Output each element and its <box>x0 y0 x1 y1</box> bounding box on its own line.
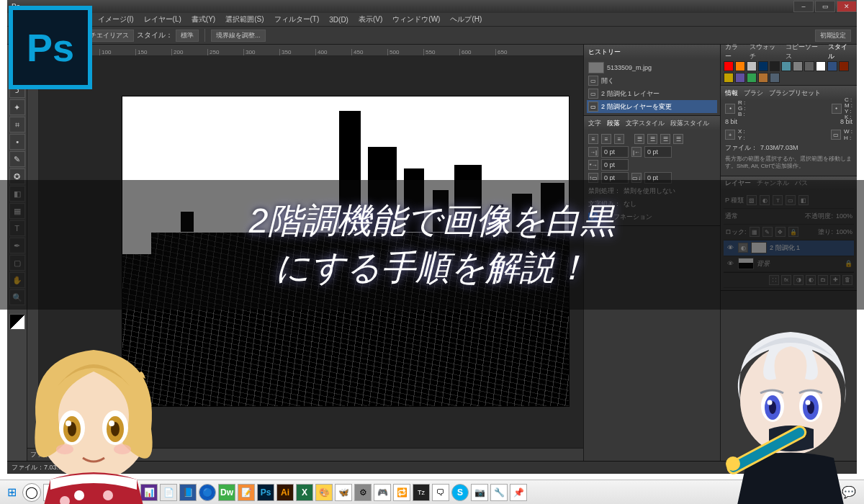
taskbar-app-dreamweaver[interactable]: Dw <box>218 484 235 501</box>
style-swatch[interactable] <box>770 73 780 83</box>
taskbar-app-skype[interactable]: S <box>451 484 469 501</box>
align-right-icon[interactable]: ≡ <box>614 134 624 144</box>
taskbar-app-generic[interactable]: 🔧 <box>490 484 508 501</box>
ruler-horizontal[interactable]: 050100150200250300350400450500550600650 <box>27 45 583 56</box>
taskbar-app-generic[interactable]: 📝 <box>238 484 255 501</box>
anime-character-left <box>14 336 173 504</box>
style-swatch[interactable] <box>735 73 745 83</box>
window-minimize-button[interactable]: – <box>793 1 814 12</box>
tutorial-title-text: 2階調機能で画像を白黒 にする手順を解説！ <box>249 198 616 292</box>
foreground-background-swatch[interactable] <box>9 314 25 330</box>
svg-point-12 <box>103 490 113 500</box>
tutorial-title-overlay: 2階調機能で画像を白黒 にする手順を解説！ <box>0 180 864 310</box>
opt-refine-edge[interactable]: 境界線を調整... <box>211 30 266 42</box>
history-item[interactable]: ▭ 開く <box>587 74 717 87</box>
tool-eyedropper[interactable]: ⦁ <box>9 134 25 150</box>
history-tab[interactable]: ヒストリー <box>588 48 621 57</box>
menu-type[interactable]: 書式(Y) <box>187 14 220 24</box>
tool-brush[interactable]: ✎ <box>9 151 25 167</box>
history-document-row[interactable]: 5133509_m.jpg <box>587 61 717 74</box>
info-b-label: B : <box>738 112 746 117</box>
menu-image[interactable]: イメージ(I) <box>94 14 138 24</box>
tool-wand[interactable]: ✦ <box>9 99 25 115</box>
style-swatch[interactable] <box>770 61 780 71</box>
history-item-label: 2 階調化レイヤーを変更 <box>601 102 672 112</box>
taskbar-app-generic[interactable]: 🦋 <box>335 484 352 501</box>
menu-view[interactable]: 表示(V) <box>354 14 387 24</box>
justify-all-icon[interactable]: ☰ <box>673 134 683 144</box>
tab-brush[interactable]: ブラシ <box>744 89 763 98</box>
tab-swatches[interactable]: スウォッチ <box>750 42 780 61</box>
taskbar-app-generic[interactable]: 🎮 <box>374 484 391 501</box>
taskbar-app-generic[interactable]: 🎨 <box>315 484 333 501</box>
styles-grid <box>721 59 857 85</box>
indent-left-input[interactable] <box>601 146 629 158</box>
indent-right-input[interactable] <box>644 146 672 158</box>
style-swatch[interactable] <box>747 73 757 83</box>
taskbar-app-generic[interactable]: 🔁 <box>393 484 410 501</box>
menu-help[interactable]: ヘルプ(H) <box>446 14 486 24</box>
svg-point-8 <box>109 420 114 426</box>
style-swatch[interactable] <box>724 61 734 71</box>
workspace-switcher[interactable]: 初期設定 <box>815 30 851 42</box>
style-swatch[interactable] <box>793 61 803 71</box>
taskbar-app-word[interactable]: 📘 <box>179 484 197 501</box>
indent-first-input[interactable] <box>601 159 629 171</box>
justify-center-icon[interactable]: ☰ <box>647 134 657 144</box>
style-swatch[interactable] <box>735 61 745 71</box>
tab-brush-presets[interactable]: ブラシプリセット <box>769 89 821 98</box>
menu-layer[interactable]: レイヤー(L) <box>140 14 186 24</box>
taskbar-app-generic[interactable]: 🗨 <box>432 484 449 501</box>
history-item[interactable]: ▭ 2 階調化 1 レイヤー <box>587 87 717 100</box>
align-center-icon[interactable]: ≡ <box>601 134 611 144</box>
tab-copysource[interactable]: コピーソース <box>786 42 822 61</box>
style-swatch[interactable] <box>758 73 768 83</box>
taskbar-app-illustrator[interactable]: Ai <box>276 484 294 501</box>
history-item-selected[interactable]: ▭ 2 階調化レイヤーを変更 <box>587 100 717 113</box>
style-swatch[interactable] <box>839 61 849 71</box>
window-close-button[interactable]: ✕ <box>837 1 857 12</box>
menu-filter[interactable]: フィルター(T) <box>270 14 324 24</box>
style-swatch[interactable] <box>747 61 757 71</box>
window-maximize-button[interactable]: ▭ <box>815 1 835 12</box>
tool-crop[interactable]: ⌗ <box>9 117 25 132</box>
taskbar-app-generic[interactable]: 📷 <box>471 484 488 501</box>
justify-right-icon[interactable]: ☰ <box>660 134 670 144</box>
tab-para-style[interactable]: 段落スタイル <box>670 119 709 128</box>
svg-point-25 <box>726 456 740 471</box>
tab-character[interactable]: 文字 <box>588 119 601 128</box>
style-swatch[interactable] <box>781 61 791 71</box>
style-swatch[interactable] <box>758 61 768 71</box>
menu-select[interactable]: 選択範囲(S) <box>221 14 268 24</box>
tab-styles[interactable]: スタイル <box>828 42 852 61</box>
style-swatch[interactable] <box>724 73 734 83</box>
taskbar-app-excel[interactable]: X <box>296 484 313 501</box>
justify-left-icon[interactable]: ☰ <box>634 134 644 144</box>
info-file-value: 7.03M/7.03M <box>760 144 798 151</box>
indent-right-icon: |← <box>631 147 642 157</box>
tab-info[interactable]: 情報 <box>725 89 738 98</box>
taskbar-app-generic[interactable]: ⚙ <box>354 484 372 501</box>
taskbar-app-generic[interactable]: 🔵 <box>199 484 216 501</box>
style-swatch[interactable] <box>816 61 826 71</box>
tab-char-style[interactable]: 文字スタイル <box>626 119 665 128</box>
info-bits-right: 8 bit <box>840 118 852 125</box>
taskbar-app-generic[interactable]: Tz <box>413 484 430 501</box>
svg-point-22 <box>806 400 811 405</box>
history-panel: ヒストリー 5133509_m.jpg ▭ 開く ▭ 2 階調化 1 レイヤー <box>584 45 720 116</box>
history-item-label: 2 階調化 1 レイヤー <box>601 89 660 99</box>
history-item-label: 開く <box>601 76 614 86</box>
taskbar-app-photoshop[interactable]: Ps <box>257 484 274 501</box>
eyedropper-icon: ⦁ <box>832 104 842 114</box>
tab-color[interactable]: カラー <box>725 42 744 61</box>
style-swatch[interactable] <box>804 61 814 71</box>
menu-3d[interactable]: 3D(D) <box>325 16 353 24</box>
menu-window[interactable]: ウィンドウ(W) <box>388 14 444 24</box>
tab-paragraph[interactable]: 段落 <box>607 119 620 128</box>
taskbar-app-generic[interactable]: 📌 <box>510 484 527 501</box>
info-h-label: H : <box>844 135 852 141</box>
opt-style-select[interactable]: 標準 <box>176 30 199 42</box>
align-left-icon[interactable]: ≡ <box>588 134 598 144</box>
history-step-icon: ▭ <box>588 89 598 99</box>
style-swatch[interactable] <box>827 61 837 71</box>
